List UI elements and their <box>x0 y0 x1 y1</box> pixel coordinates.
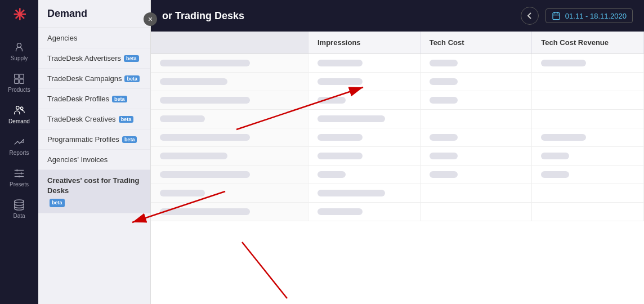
cell-tech-cost-revenue <box>532 54 644 72</box>
svg-rect-14 <box>553 13 560 20</box>
cell-tech-cost <box>421 54 533 72</box>
nav-item-creatives-cost[interactable]: Creatives' cost for Trading Desks beta <box>38 170 150 213</box>
table-row <box>151 110 644 128</box>
data-table: Impressions Tech Cost Tech Cost Revenue <box>151 32 644 304</box>
beta-badge: beta <box>124 75 140 82</box>
cell-tech-cost-revenue <box>532 73 644 91</box>
table-row <box>151 128 644 147</box>
demand-panel-title: Demand <box>38 0 150 28</box>
sidebar-icons: ✳ Supply Products Demand <box>0 0 38 304</box>
main-content: or Trading Desks 01.11 - 18.11.2020 <box>151 0 644 304</box>
data-icon <box>13 199 25 211</box>
beta-badge: beta <box>112 96 127 102</box>
col-header-tech-cost-revenue: Tech Cost Revenue <box>532 32 644 53</box>
table-row <box>151 184 644 203</box>
nav-item-tradedesk-profiles[interactable]: TradeDesk Profiles beta <box>38 89 150 109</box>
col-header-impressions: Impressions <box>308 32 421 53</box>
cell-tech-cost <box>421 203 533 221</box>
beta-badge: beta <box>122 136 137 143</box>
cell-impressions <box>308 73 421 91</box>
svg-rect-4 <box>20 79 24 83</box>
table-row <box>151 166 644 184</box>
nav-item-tradedesk-advertisers[interactable]: TradeDesk Advertisers beta <box>38 48 150 69</box>
cell-name <box>151 166 308 184</box>
nav-item-agencies-invoices[interactable]: Agencies' Invoices <box>38 150 150 170</box>
app-logo[interactable]: ✳ <box>13 6 26 24</box>
demand-icon <box>13 104 25 117</box>
sidebar-label-presets: Presets <box>10 181 29 187</box>
col-header-tech-cost: Tech Cost <box>421 32 533 53</box>
sidebar-label-reports: Reports <box>9 150 29 156</box>
back-arrow[interactable] <box>521 7 539 25</box>
cell-tech-cost <box>421 147 533 165</box>
sidebar-item-presets[interactable]: Presets <box>0 162 38 193</box>
cell-tech-cost-revenue <box>532 184 644 202</box>
sidebar-item-reports[interactable]: Reports <box>0 130 38 162</box>
cell-impressions <box>308 54 421 72</box>
table-row <box>151 147 644 166</box>
table-row <box>151 54 644 73</box>
cell-name <box>151 110 308 128</box>
cell-impressions <box>308 110 421 128</box>
cell-tech-cost <box>421 128 533 146</box>
calendar-icon <box>552 11 561 20</box>
cell-impressions <box>308 184 421 202</box>
cell-tech-cost <box>421 73 533 91</box>
cell-name <box>151 147 308 165</box>
cell-impressions <box>308 166 421 184</box>
sidebar-item-demand[interactable]: Demand <box>0 99 38 130</box>
nav-item-agencies[interactable]: Agencies <box>38 28 150 48</box>
cell-tech-cost-revenue <box>532 166 644 184</box>
sidebar-item-supply[interactable]: Supply <box>0 35 38 67</box>
cell-tech-cost-revenue <box>532 110 644 128</box>
table-row <box>151 203 644 221</box>
cell-name <box>151 128 308 146</box>
beta-badge-active: beta <box>50 199 65 207</box>
supply-icon <box>13 41 25 53</box>
cell-tech-cost-revenue <box>532 91 644 109</box>
main-header: or Trading Desks 01.11 - 18.11.2020 <box>151 0 644 32</box>
sidebar-label-products: Products <box>8 87 30 93</box>
sidebar-label-supply: Supply <box>11 55 28 61</box>
close-button[interactable]: × <box>144 12 157 26</box>
sidebar-item-products[interactable]: Products <box>0 67 38 99</box>
cell-tech-cost <box>421 166 533 184</box>
cell-tech-cost <box>421 91 533 109</box>
products-icon <box>13 73 25 85</box>
svg-point-6 <box>20 107 23 110</box>
beta-badge: beta <box>119 116 134 123</box>
nav-item-tradedesk-creatives[interactable]: TradeDesk Creatives beta <box>38 109 150 129</box>
date-range-text: 01.11 - 18.11.2020 <box>565 12 627 20</box>
cell-tech-cost <box>421 184 533 202</box>
svg-rect-1 <box>15 74 19 78</box>
beta-badge: beta <box>124 55 139 62</box>
cell-tech-cost <box>421 110 533 128</box>
table-header: Impressions Tech Cost Tech Cost Revenue <box>151 32 644 54</box>
sidebar-item-data[interactable]: Data <box>0 193 38 225</box>
date-range-picker[interactable]: 01.11 - 18.11.2020 <box>545 8 633 23</box>
sidebar-label-data: Data <box>13 213 25 219</box>
svg-point-5 <box>16 106 20 110</box>
reports-icon <box>13 136 25 148</box>
sidebar-label-demand: Demand <box>8 118 30 124</box>
cell-tech-cost-revenue <box>532 203 644 221</box>
cell-tech-cost-revenue <box>532 147 644 165</box>
cell-name <box>151 203 308 221</box>
svg-point-0 <box>17 43 21 47</box>
cell-tech-cost-revenue <box>532 128 644 146</box>
cell-impressions <box>308 91 421 109</box>
svg-rect-3 <box>15 79 19 83</box>
nav-item-tradedesk-campaigns[interactable]: TradeDesk Campaigns beta <box>38 69 150 89</box>
svg-point-13 <box>15 200 24 203</box>
cell-name <box>151 54 308 72</box>
presets-icon <box>13 167 25 180</box>
page-title: or Trading Desks <box>162 10 244 22</box>
table-row <box>151 73 644 91</box>
header-right: 01.11 - 18.11.2020 <box>521 7 633 25</box>
svg-rect-2 <box>20 74 24 78</box>
cell-name <box>151 91 308 109</box>
cell-impressions <box>308 203 421 221</box>
cell-impressions <box>308 147 421 165</box>
nav-item-programmatic-profiles[interactable]: Programmatic Profiles beta <box>38 129 150 150</box>
table-row <box>151 91 644 110</box>
